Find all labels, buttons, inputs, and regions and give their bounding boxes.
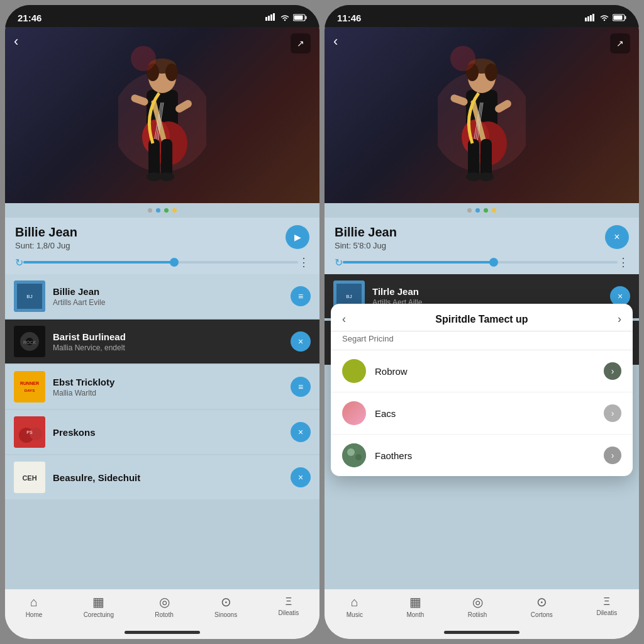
track-item-1-left: BJ Billie Jean Artills Aart Evile ≡ bbox=[5, 274, 319, 318]
svg-text:DAYS: DAYS bbox=[25, 388, 35, 392]
context-forward-btn[interactable]: › bbox=[618, 313, 621, 326]
track-list-left: BJ Billie Jean Artills Aart Evile ≡ ROCK… bbox=[5, 274, 319, 589]
svg-point-71 bbox=[342, 443, 366, 467]
track-name-5-left: Beasulre, Sidechuit bbox=[53, 472, 283, 483]
dots-row-left bbox=[5, 203, 319, 218]
context-item-faothers[interactable]: Faothers › bbox=[331, 435, 633, 476]
month-icon-right: ▦ bbox=[409, 594, 421, 609]
track-artist-2-left: Mallia Nervice, endelt bbox=[53, 343, 283, 352]
svg-rect-33 bbox=[16, 373, 43, 401]
expand-button-right[interactable]: ↗ bbox=[610, 33, 630, 53]
player-controls-right: ↻ ⋮ bbox=[335, 255, 629, 269]
music-label-right: Music bbox=[347, 611, 363, 618]
svg-text:PS: PS bbox=[26, 430, 33, 435]
time-left: 21:46 bbox=[18, 13, 42, 23]
context-back-btn[interactable]: ‹ bbox=[342, 313, 346, 326]
back-button-left[interactable]: ‹ bbox=[14, 33, 18, 50]
track-action-3-left[interactable]: ≡ bbox=[291, 377, 311, 397]
track-name-4-left: Preskons bbox=[53, 427, 283, 438]
rotiish-label-right: Rotiish bbox=[468, 611, 487, 618]
nav-home-left[interactable]: ⌂ Home bbox=[26, 595, 43, 618]
svg-text:CEH: CEH bbox=[22, 474, 36, 482]
context-chevron-robrow[interactable]: › bbox=[604, 362, 621, 380]
nav-dileatis-left[interactable]: Ξ Dileatis bbox=[278, 596, 299, 616]
svg-text:BJ: BJ bbox=[346, 294, 352, 299]
track-artist-1-left: Artills Aart Evile bbox=[53, 298, 283, 307]
corectuing-label-left: Corectuing bbox=[84, 611, 114, 618]
svg-text:RUNNER: RUNNER bbox=[20, 381, 39, 386]
context-item-eacs[interactable]: Eacs › bbox=[331, 392, 633, 435]
svg-rect-42 bbox=[585, 18, 587, 21]
track-info-5-left: Beasulre, Sidechuit bbox=[53, 472, 283, 483]
track-artist-3-left: Mallia Warltd bbox=[53, 389, 283, 397]
expand-button-left[interactable]: ↗ bbox=[291, 33, 311, 53]
svg-rect-48 bbox=[614, 16, 623, 20]
svg-text:BJ: BJ bbox=[26, 294, 32, 299]
dot-3-right bbox=[484, 208, 488, 213]
close-button-right[interactable]: × bbox=[605, 225, 629, 249]
rototh-icon-left: ◎ bbox=[159, 594, 170, 609]
nav-sinoons-left[interactable]: ⊙ Sinoons bbox=[214, 594, 237, 618]
track-action-1-left[interactable]: ≡ bbox=[291, 286, 311, 306]
svg-rect-21 bbox=[148, 139, 160, 177]
back-button-right[interactable]: ‹ bbox=[333, 33, 338, 50]
nav-corectuing-left[interactable]: ▦ Corectuing bbox=[84, 594, 114, 618]
context-item-robrow[interactable]: Robrow › bbox=[331, 350, 633, 392]
signal-icon-right bbox=[585, 13, 596, 23]
more-button-right[interactable]: ⋮ bbox=[618, 255, 629, 269]
loop-icon-right[interactable]: ↻ bbox=[335, 257, 343, 269]
home-indicator-left bbox=[125, 631, 200, 634]
context-chevron-eacs[interactable]: › bbox=[604, 404, 621, 422]
nav-dileatis-right[interactable]: Ξ Dileatis bbox=[596, 596, 617, 616]
track-thumb-4-left: PS bbox=[14, 416, 45, 448]
context-label-faothers: Faothers bbox=[375, 450, 604, 461]
context-label-eacs: Eacs bbox=[375, 408, 604, 419]
time-right: 11:46 bbox=[337, 13, 361, 23]
svg-rect-43 bbox=[587, 16, 589, 21]
svg-point-24 bbox=[159, 172, 174, 181]
svg-point-73 bbox=[355, 454, 362, 460]
dot-2-left bbox=[156, 208, 160, 213]
progress-bar-left[interactable] bbox=[23, 261, 298, 264]
svg-point-72 bbox=[347, 448, 355, 456]
loop-icon-left[interactable]: ↻ bbox=[15, 257, 23, 269]
svg-rect-2 bbox=[270, 14, 272, 21]
svg-rect-5 bbox=[306, 16, 307, 19]
context-title: Spiritdle Tamect up bbox=[435, 314, 528, 325]
dot-2-right bbox=[475, 208, 480, 213]
nav-rototh-left[interactable]: ◎ Rototh bbox=[155, 594, 173, 618]
progress-thumb-left bbox=[170, 258, 179, 267]
nav-cortons-right[interactable]: ⊙ Cortons bbox=[531, 594, 553, 618]
nav-month-right[interactable]: ▦ Month bbox=[406, 594, 424, 618]
nav-rotiish-right[interactable]: ◎ Rotiish bbox=[468, 594, 487, 618]
guitarist-figure-right bbox=[438, 40, 526, 203]
play-button-left[interactable]: ▶ bbox=[286, 225, 309, 249]
context-chevron-faothers[interactable]: › bbox=[604, 447, 621, 464]
wifi-icon-right bbox=[599, 13, 609, 23]
more-button-left[interactable]: ⋮ bbox=[298, 255, 309, 269]
track-item-5-left: CEH Beasulre, Sidechuit × bbox=[5, 455, 319, 499]
bottom-nav-items-left: ⌂ Home ▦ Corectuing ◎ Rototh ⊙ Sinoons bbox=[5, 589, 319, 631]
svg-rect-0 bbox=[265, 17, 267, 21]
month-label-right: Month bbox=[406, 611, 424, 618]
nav-music-right[interactable]: ⌂ Music bbox=[347, 595, 363, 618]
svg-point-66 bbox=[479, 172, 494, 181]
progress-thumb-right bbox=[489, 258, 498, 267]
track-name-current-right: Tilrle Jean bbox=[372, 286, 602, 297]
dots-row-right bbox=[325, 203, 639, 218]
player-controls-left: ↻ ⋮ bbox=[15, 255, 309, 269]
context-menu-header-right: ‹ Spiritdle Tamect up › bbox=[331, 304, 633, 331]
track-info-4-left: Preskons bbox=[53, 427, 283, 438]
track-action-4-left[interactable]: × bbox=[291, 422, 311, 442]
track-info-3-left: Ebst Trickloty Mallia Warltd bbox=[53, 377, 283, 397]
dot-4-right bbox=[492, 208, 496, 213]
track-action-5-left[interactable]: × bbox=[291, 467, 311, 487]
track-action-2-left[interactable]: × bbox=[291, 331, 311, 352]
track-name-1-left: Billie Jean bbox=[53, 286, 283, 297]
progress-bar-right[interactable] bbox=[343, 261, 618, 264]
track-thumb-3-left: RUNNERDAYS bbox=[14, 371, 45, 402]
rotiish-icon-right: ◎ bbox=[472, 594, 483, 609]
guitarist-figure-left bbox=[118, 40, 206, 203]
left-phone: 21:46 ‹ ↗ bbox=[5, 5, 319, 639]
svg-rect-3 bbox=[273, 13, 275, 21]
